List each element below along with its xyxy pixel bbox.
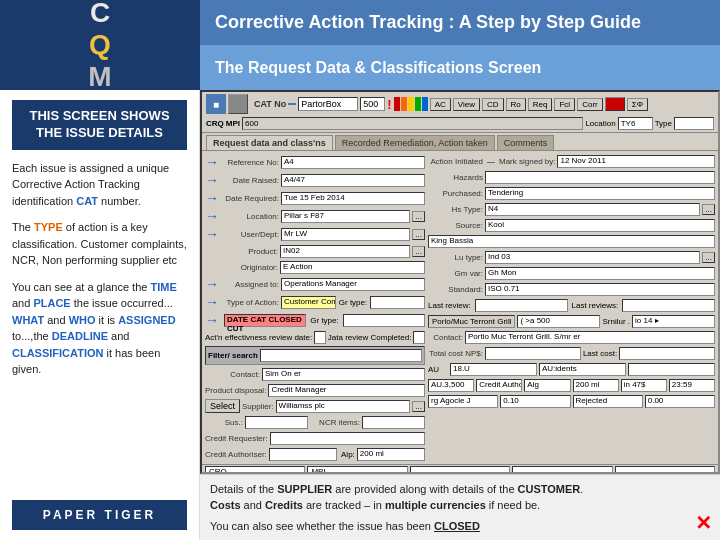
last-rev-val[interactable] [475,299,568,312]
cred-req-val[interactable] [270,432,425,445]
lu-val[interactable]: Ind 03 [485,251,700,264]
tot-val[interactable] [485,347,581,360]
btn-fcl[interactable]: Fcl [554,98,575,111]
btn-req[interactable]: Req [528,98,553,111]
tot-last[interactable] [619,347,715,360]
status-cell-2: MPI [307,466,407,474]
prod-disp-val[interactable]: Credit Manager [268,384,425,397]
select-btn[interactable]: Select [205,399,240,413]
filter-row: Filter/ search [205,346,425,365]
au-val1[interactable]: 18.U [450,363,537,376]
credit-req-row: Credit Requester: [205,431,425,445]
block3: You can see at a glance the TIME and PLA… [12,279,187,378]
orig-value[interactable]: E Action [280,261,425,274]
loc-val: TY6 [618,117,653,130]
last-val4[interactable]: 0.00 [645,395,715,408]
ref-value[interactable]: A4 [281,156,425,169]
purch-val[interactable]: Tendering [485,187,715,200]
effect-val[interactable] [314,331,326,344]
btn-ac[interactable]: AC [430,98,451,111]
loc-label: Location [585,119,615,128]
cat-no-num[interactable] [360,97,385,111]
loc-form-label: Location: [224,212,279,221]
contact-val[interactable]: Sim On er [262,368,425,381]
hs-type-row: Hs Type: N4 ... [428,202,715,216]
last-rev-label: Last review: [428,301,471,310]
prod-label: Product: [223,247,278,256]
cred-alp-val1[interactable]: AU.3,500 [428,379,474,392]
tab-comments[interactable]: Comments [497,135,555,150]
cred-alp-val5[interactable]: in 47$ [621,379,667,392]
arrow-req: → [205,190,219,206]
contact-right-row: Contact: Portlo Muc Terront Grill. S/mr … [428,330,715,344]
haz-val[interactable] [485,171,715,184]
gr-type-val[interactable] [370,296,425,309]
cred-alp-val3[interactable]: Alg [524,379,570,392]
jata-val[interactable] [413,331,425,344]
block3-assigned: ASSIGNED [118,314,175,326]
filter-val[interactable] [260,349,422,362]
status-cell-4 [512,466,612,474]
cat-no-input[interactable] [298,97,358,111]
btn-corr[interactable]: Corr [577,98,603,111]
tab-recorded[interactable]: Recorded Remediation, Action taken [335,135,495,150]
type-action-row: → Type of Action: Customer Compser: Gr t… [205,294,425,310]
cred-alp-val2[interactable]: Credit Authoriser: [476,379,522,392]
close-x-icon[interactable]: ✕ [695,508,712,538]
assigned-value[interactable]: Operations Manager [281,278,425,291]
type-val[interactable] [674,117,714,130]
type-act-value[interactable]: Customer Compser: [281,296,336,309]
loc-btn[interactable]: ... [412,211,425,222]
effect-label: Act'n effectivness review date: [205,333,312,342]
au-val2[interactable]: AU:idents [539,363,626,376]
purchased-row: Purchased: Tendering [428,186,715,200]
last-val3[interactable]: Rejected [573,395,643,408]
btn-view[interactable]: View [453,98,480,111]
last-rev-val2[interactable] [622,299,715,312]
supplier-val[interactable]: Williamss plc [276,400,411,413]
hs-val[interactable]: N4 [485,203,700,216]
grr-val2[interactable]: ( >a 500 [517,315,600,328]
block1-end: number. [98,195,141,207]
toolbar-icon-2[interactable] [228,94,248,114]
std-val[interactable]: ISO 0.71 [485,283,715,296]
raised-value[interactable]: A4/47 [281,174,425,187]
king-val[interactable]: King Bassla [428,235,715,248]
src-val[interactable]: Kool [485,219,715,232]
sup-btn[interactable]: ... [412,401,425,412]
credit-auth-row: Credit Authoriser: Alp: 200 ml [205,447,425,461]
ncr-val[interactable] [362,416,425,429]
king-row: King Bassla [428,234,715,248]
req-value[interactable]: Tue 15 Feb 2014 [281,192,425,205]
prod-value[interactable]: IN02 [280,245,410,258]
last-review-row: Last review: Last reviews: [428,298,715,312]
user-btn[interactable]: ... [412,229,425,240]
hs-btn[interactable]: ... [702,204,715,215]
loc-form-value[interactable]: Pillar s F87 [281,210,410,223]
cred-alp-val6[interactable]: 23:59 [669,379,715,392]
sus-val[interactable] [245,416,308,429]
cred-alp-val4[interactable]: 200 ml [573,379,619,392]
tab-request[interactable]: Request data and class'ns [206,135,333,150]
btn-ro[interactable]: Ro [506,98,526,111]
cred-auth-val[interactable] [269,448,337,461]
grr-val3[interactable]: io 14 ▸ [632,315,715,328]
btn-cd[interactable]: CD [482,98,504,111]
lu-btn[interactable]: ... [702,252,715,263]
last-val2[interactable]: 0.10 [500,395,570,408]
mpi-label: MPI [226,119,240,128]
prod-btn[interactable]: ... [412,246,425,257]
user-value[interactable]: Mr LW [281,228,410,241]
last-val1[interactable]: rg Agocle J [428,395,498,408]
logo-q: Q [89,31,111,59]
mark-sign-val[interactable]: 12 Nov 2011 [557,155,715,168]
red-btn[interactable] [605,97,625,111]
au-val3[interactable] [628,363,715,376]
gm-val[interactable]: Gh Mon [485,267,715,280]
contact-label: Contact: [205,370,260,379]
dc-type[interactable] [343,314,425,327]
alp-val[interactable]: 200 ml [357,448,425,461]
btn-np[interactable]: ΣΦ [627,98,648,111]
cont-r-val[interactable]: Portlo Muc Terront Grill. S/mr er [465,331,715,344]
mark-sign-label: Mark signed by: [499,157,555,166]
